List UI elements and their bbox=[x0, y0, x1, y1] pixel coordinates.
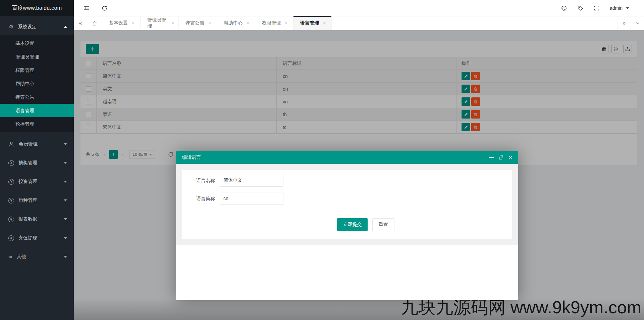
tab[interactable]: 帮助中心 × bbox=[217, 16, 255, 30]
collapse-sidebar-icon[interactable] bbox=[83, 5, 90, 11]
sidebar-section-item[interactable]: ¥ 币种管理 bbox=[0, 191, 74, 210]
tab-close-icon[interactable]: × bbox=[247, 21, 249, 26]
language-code-label: 语言简称 bbox=[182, 192, 220, 205]
tab-close-icon[interactable]: × bbox=[208, 21, 211, 26]
sidebar-section-item[interactable]: ∞ 其他 bbox=[0, 247, 74, 266]
tab[interactable]: 管理员管理 × bbox=[141, 16, 179, 30]
dialog-body: 语言名称 语言简称 立即提交 重置 bbox=[176, 164, 518, 245]
chevron-down-icon bbox=[64, 162, 67, 164]
minimize-icon[interactable] bbox=[489, 157, 494, 158]
chevron-down-icon bbox=[626, 7, 629, 9]
submit-button[interactable]: 立即提交 bbox=[337, 218, 368, 231]
tabbar-spacer bbox=[332, 16, 617, 30]
language-name-input[interactable] bbox=[220, 174, 283, 187]
sidebar-section-item[interactable]: ¥ 报表数据 bbox=[0, 210, 74, 229]
sidebar-submenu: 基本设置管理员管理权限管理帮助中心弹窗公告语言管理轮播管理 bbox=[0, 35, 74, 132]
edit-language-form: 语言名称 语言简称 立即提交 重置 bbox=[182, 170, 512, 239]
yen-icon: ¥ bbox=[8, 217, 14, 222]
sidebar-section-item[interactable]: 会员管理 bbox=[0, 135, 74, 153]
tabs-scroll-left-button[interactable]: « bbox=[74, 16, 87, 30]
sidebar-section-item[interactable]: ¥ 抽奖管理 bbox=[0, 153, 74, 172]
tab-close-icon[interactable]: × bbox=[323, 21, 326, 26]
tabbar: « 基本设置 × 管理员管理 × 弹窗公告 × 帮助中心 × 权限管理 × 语言… bbox=[74, 16, 644, 30]
tabs-menu-button[interactable] bbox=[631, 16, 644, 30]
restore-window-icon[interactable] bbox=[499, 155, 503, 160]
chevron-up-icon bbox=[64, 26, 67, 28]
sidebar-submenu-item[interactable]: 弹窗公告 bbox=[0, 90, 74, 104]
yen-icon: ¥ bbox=[8, 198, 14, 203]
sidebar-group-label: 系统设定 bbox=[18, 24, 37, 30]
user-icon bbox=[8, 141, 14, 147]
username-label: admin bbox=[610, 5, 623, 11]
reset-button[interactable]: 重置 bbox=[372, 218, 394, 231]
user-menu[interactable]: admin bbox=[610, 5, 629, 11]
sidebar-section-item[interactable]: ¥ 投资管理 bbox=[0, 172, 74, 191]
home-icon bbox=[92, 20, 98, 26]
sidebar-submenu-item[interactable]: 基本设置 bbox=[0, 37, 74, 50]
sidebar-group-system-settings[interactable]: ⚙ 系统设定 bbox=[0, 19, 74, 35]
tab-close-icon[interactable]: × bbox=[132, 21, 135, 26]
tabs-strip: 基本设置 × 管理员管理 × 弹窗公告 × 帮助中心 × 权限管理 × 语言管理… bbox=[102, 16, 332, 30]
yen-icon: ¥ bbox=[8, 235, 14, 241]
sidebar-submenu-item[interactable]: 权限管理 bbox=[0, 63, 74, 77]
tab[interactable]: 语言管理 × bbox=[293, 16, 332, 30]
sidebar-submenu-item[interactable]: 轮播管理 bbox=[0, 117, 74, 131]
dialog-title: 编辑语言 bbox=[182, 154, 201, 161]
tabs-scroll-right-button[interactable]: » bbox=[617, 16, 631, 30]
theme-palette-icon[interactable] bbox=[561, 5, 567, 11]
sidebar-sections: 会员管理 ¥ 抽奖管理 ¥ 投资管理 ¥ 币种管理 ¥ 报表数据 ¥ 充值提现 … bbox=[0, 135, 74, 266]
gear-icon: ⚙ bbox=[9, 24, 13, 30]
sidebar: 百度www.baidu.com ⚙ 系统设定 基本设置管理员管理权限管理帮助中心… bbox=[0, 0, 74, 320]
chevron-down-icon bbox=[64, 143, 67, 145]
chevron-down-icon bbox=[64, 199, 67, 201]
tab-close-icon[interactable]: × bbox=[285, 21, 287, 26]
refresh-icon[interactable] bbox=[101, 5, 108, 11]
sidebar-submenu-item[interactable]: 语言管理 bbox=[0, 104, 74, 117]
dialog-titlebar[interactable]: 编辑语言 × bbox=[176, 151, 518, 164]
home-tab[interactable] bbox=[87, 16, 102, 30]
tag-icon[interactable] bbox=[577, 5, 584, 11]
chevron-down-icon bbox=[64, 256, 67, 258]
language-code-input[interactable] bbox=[220, 192, 283, 205]
tab[interactable]: 权限管理 × bbox=[255, 16, 293, 30]
topbar: admin bbox=[74, 0, 644, 16]
sidebar-submenu-item[interactable]: 管理员管理 bbox=[0, 50, 74, 63]
yen-icon: ¥ bbox=[8, 160, 14, 166]
chevron-down-icon bbox=[64, 237, 67, 239]
site-logo: 百度www.baidu.com bbox=[0, 0, 74, 16]
sidebar-submenu-item[interactable]: 帮助中心 bbox=[0, 77, 74, 90]
infinity-icon: ∞ bbox=[8, 254, 12, 260]
tab-close-icon[interactable]: × bbox=[172, 21, 174, 26]
edit-language-dialog: 编辑语言 × 语言名称 语言简称 立即提交 bbox=[176, 151, 518, 300]
app-root: 百度www.baidu.com ⚙ 系统设定 基本设置管理员管理权限管理帮助中心… bbox=[0, 0, 644, 320]
tab[interactable]: 弹窗公告 × bbox=[179, 16, 217, 30]
language-name-label: 语言名称 bbox=[182, 174, 220, 187]
tab[interactable]: 基本设置 × bbox=[102, 16, 141, 30]
chevron-down-icon bbox=[64, 181, 67, 183]
close-icon[interactable]: × bbox=[508, 154, 512, 161]
sidebar-section-item[interactable]: ¥ 充值提现 bbox=[0, 229, 74, 247]
yen-icon: ¥ bbox=[8, 179, 14, 185]
fullscreen-icon[interactable] bbox=[594, 5, 600, 11]
chevron-down-icon bbox=[64, 218, 67, 220]
